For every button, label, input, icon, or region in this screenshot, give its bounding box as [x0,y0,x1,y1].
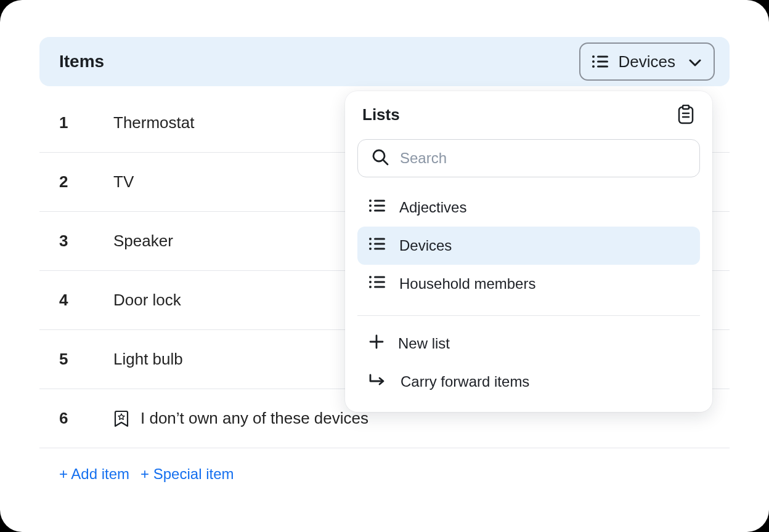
search-field[interactable] [357,139,700,177]
popover-header: Lists [345,105,712,134]
row-number: 4 [59,291,74,310]
search-input[interactable] [400,150,686,167]
svg-rect-27 [374,281,385,283]
new-list-label: New list [398,335,450,352]
svg-point-0 [592,55,595,58]
svg-point-24 [369,276,372,278]
row-label-wrap: I don’t own any of these devices [113,409,368,428]
list-option[interactable]: Devices [357,227,700,265]
row-number: 6 [59,409,74,428]
popover-lists: AdjectivesDevicesHousehold members [345,186,712,309]
svg-point-26 [369,281,372,283]
row-label-wrap: Thermostat [113,113,195,132]
svg-point-22 [369,248,372,250]
svg-rect-5 [597,66,608,68]
row-label-wrap: Speaker [113,232,173,251]
list-icon [368,199,386,216]
row-label: I don’t own any of these devices [140,409,368,428]
svg-point-12 [369,200,372,202]
row-label-wrap: Door lock [113,291,181,310]
row-number: 1 [59,113,74,132]
divider [357,315,700,316]
svg-point-18 [369,238,372,240]
editor-card: Items Devices 1Thermostat2TV3 [0,0,769,532]
svg-point-4 [592,65,595,68]
carry-forward-icon [368,373,387,390]
svg-rect-3 [597,61,608,63]
row-label: Door lock [113,291,181,310]
svg-rect-25 [374,276,385,278]
list-option[interactable]: Adjectives [357,188,700,227]
svg-rect-23 [374,248,385,250]
list-dropdown-button[interactable]: Devices [579,42,715,81]
carry-forward-label: Carry forward items [401,373,529,390]
list-icon [368,275,386,292]
svg-rect-15 [374,205,385,207]
list-option[interactable]: Household members [357,265,700,303]
carry-forward-button[interactable]: Carry forward items [357,363,700,401]
bookmark-star-icon [113,409,129,428]
svg-rect-17 [374,210,385,212]
dropdown-label: Devices [619,52,675,71]
svg-rect-29 [374,286,385,288]
svg-point-2 [592,60,595,63]
row-label-wrap: TV [113,172,134,191]
list-icon [368,237,386,254]
row-number: 2 [59,172,74,191]
svg-point-28 [369,286,372,288]
svg-rect-13 [374,200,385,202]
lists-popover: Lists AdjectivesDevicesHouseho [345,91,712,412]
search-icon [372,148,389,168]
row-label: Light bulb [113,350,183,369]
popover-title: Lists [362,105,400,124]
row-number: 3 [59,232,74,251]
items-header: Items Devices [39,37,730,86]
svg-rect-1 [597,56,608,58]
svg-rect-21 [374,243,385,245]
list-option-label: Devices [399,237,452,254]
svg-point-16 [369,209,372,212]
row-label: TV [113,172,134,191]
new-list-button[interactable]: New list [357,324,700,363]
header-title: Items [59,52,104,71]
row-number: 5 [59,350,74,369]
actions-bar: + Add item + Special item [39,448,730,483]
add-item-link[interactable]: + Add item [59,465,129,483]
list-option-label: Household members [399,275,535,292]
row-label-wrap: Light bulb [113,350,183,369]
svg-line-11 [383,160,388,164]
row-label: Thermostat [113,113,195,132]
svg-point-20 [369,243,372,245]
clipboard-list-icon[interactable] [677,105,695,124]
svg-point-14 [369,204,372,207]
svg-rect-19 [374,238,385,240]
popover-footer: New list Carry forward items [345,322,712,406]
list-icon [592,54,609,69]
row-label: Speaker [113,232,173,251]
plus-icon [368,334,384,353]
svg-rect-7 [683,105,689,109]
chevron-down-icon [689,52,701,71]
special-item-link[interactable]: + Special item [140,465,234,483]
list-option-label: Adjectives [399,199,466,216]
